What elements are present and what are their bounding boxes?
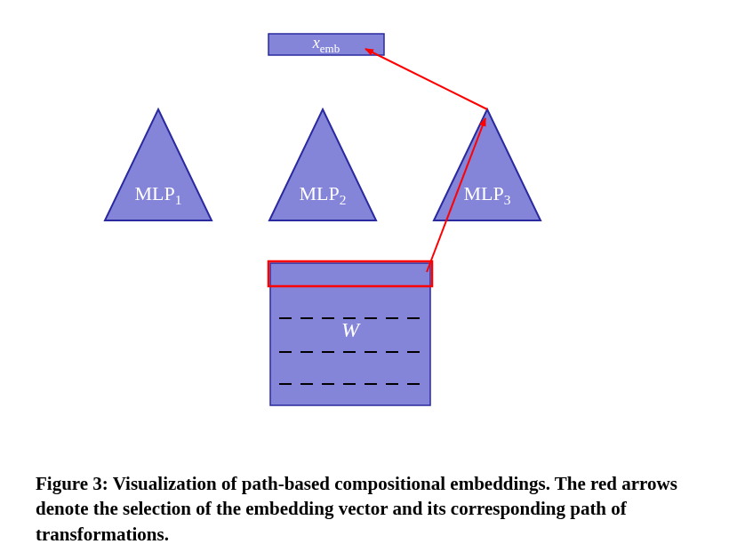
figure-caption: Figure 3: Visualization of path-based co… <box>36 471 693 547</box>
mlp1-label: MLP1 <box>105 182 212 208</box>
diagram-canvas: xemb MLP1 MLP2 MLP3 W Figure 3: Visualiz… <box>0 0 729 560</box>
arrow-mlp3-to-emb <box>365 49 487 109</box>
caption-prefix: Figure 3: <box>36 473 113 494</box>
mlp2-label: MLP2 <box>269 182 376 208</box>
diagram-svg <box>0 0 729 471</box>
emb-label: xemb <box>273 34 380 56</box>
mlp3-label: MLP3 <box>434 182 541 208</box>
w-label: W <box>270 318 430 342</box>
caption-body: Visualization of path-based compositiona… <box>36 473 677 545</box>
